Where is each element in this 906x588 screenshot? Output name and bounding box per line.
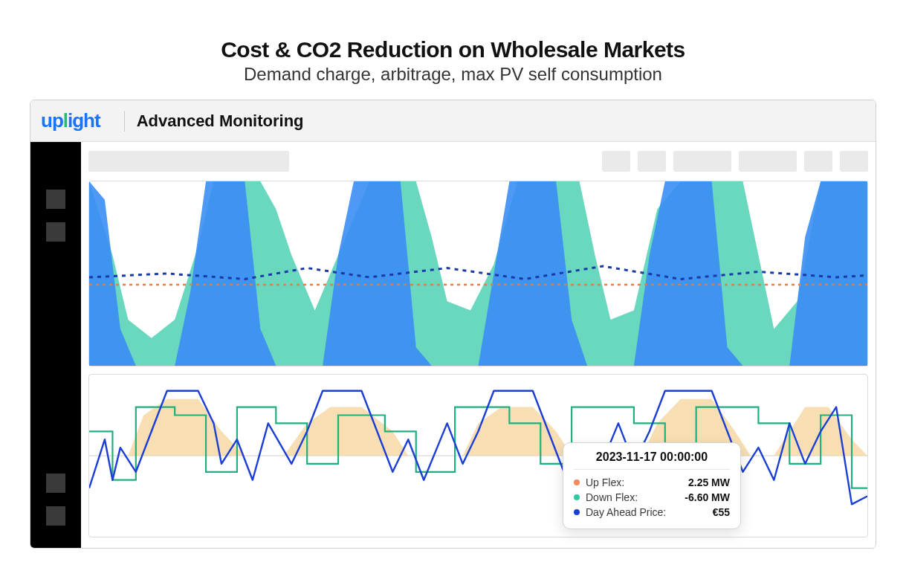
chart-tooltip: 2023-11-17 00:00:00 Up Flex: 2.25 MW Dow… — [563, 442, 741, 529]
tooltip-downflex-label: Down Flex: — [586, 491, 638, 503]
chart-top[interactable] — [88, 181, 868, 366]
up-flex-dot-icon — [574, 479, 580, 485]
toolbar-button-4[interactable] — [739, 151, 797, 172]
content-area: 2023-11-17 00:00:00 Up Flex: 2.25 MW Dow… — [81, 142, 876, 548]
toolbar-button-6[interactable] — [840, 151, 868, 172]
app-window: up l ight Advanced Monitoring — [30, 100, 876, 549]
tooltip-price-value: €55 — [713, 506, 730, 518]
brand-logo: up l ight — [41, 109, 100, 132]
tooltip-upflex-label: Up Flex: — [586, 476, 624, 488]
toolbar — [88, 148, 868, 173]
tooltip-row-price: Day Ahead Price: €55 — [574, 505, 730, 520]
header-divider — [124, 111, 125, 132]
tooltip-timestamp: 2023-11-17 00:00:00 — [574, 450, 730, 470]
app-header: up l ight Advanced Monitoring — [30, 100, 876, 142]
chart-bottom[interactable]: 2023-11-17 00:00:00 Up Flex: 2.25 MW Dow… — [88, 374, 868, 537]
sidebar-item-3[interactable] — [46, 474, 65, 493]
sidebar-item-4[interactable] — [46, 506, 65, 526]
tooltip-upflex-value: 2.25 MW — [688, 476, 730, 488]
logo-seg-a: up — [41, 109, 63, 132]
toolbar-button-1[interactable] — [602, 151, 630, 172]
tooltip-row-downflex: Down Flex: -6.60 MW — [574, 490, 730, 505]
toolbar-button-3[interactable] — [673, 151, 731, 172]
toolbar-control-main[interactable] — [88, 151, 289, 172]
tooltip-price-label: Day Ahead Price: — [586, 506, 666, 518]
page-title: Cost & CO2 Reduction on Wholesale Market… — [0, 37, 906, 62]
logo-seg-c: ight — [68, 109, 100, 132]
price-dot-icon — [574, 509, 580, 515]
toolbar-button-2[interactable] — [638, 151, 666, 172]
tooltip-row-upflex: Up Flex: 2.25 MW — [574, 475, 730, 490]
section-label: Advanced Monitoring — [137, 112, 304, 131]
sidebar-item-2[interactable] — [46, 222, 65, 242]
page-subtitle: Demand charge, arbitrage, max PV self co… — [0, 64, 906, 85]
toolbar-button-5[interactable] — [804, 151, 832, 172]
tooltip-downflex-value: -6.60 MW — [685, 491, 730, 503]
sidebar — [30, 142, 81, 548]
down-flex-dot-icon — [574, 494, 580, 500]
sidebar-item-1[interactable] — [46, 190, 65, 209]
